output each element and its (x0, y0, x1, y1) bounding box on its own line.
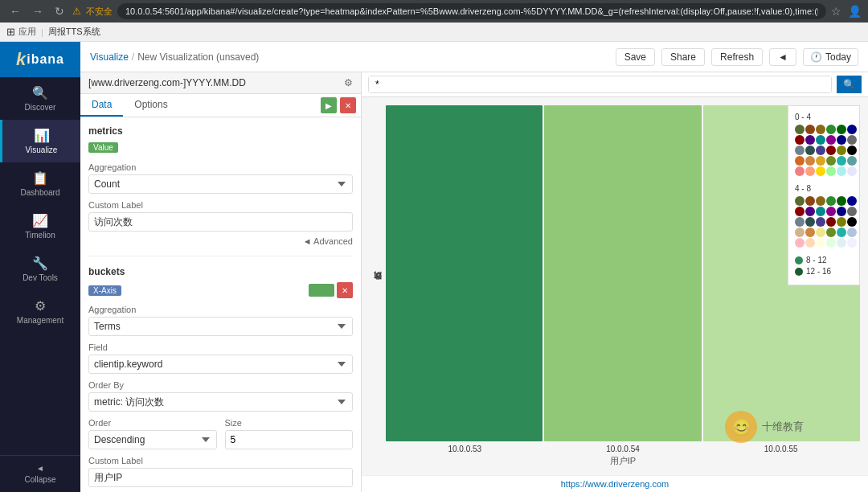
sidebar-item-management[interactable]: ⚙ Management (0, 290, 80, 333)
sidebar-item-dashboard[interactable]: 📋 Dashboard (0, 162, 80, 205)
apps-icon[interactable]: ⊞ (6, 26, 15, 38)
field-select[interactable]: clientip.keyword (88, 355, 353, 374)
refresh-button[interactable]: Refresh (711, 48, 763, 66)
legend-dot (805, 135, 815, 145)
tab-data[interactable]: Data (80, 94, 123, 117)
legend-label-4: 12 - 16 (806, 267, 831, 276)
order-select[interactable]: Descending (88, 430, 217, 449)
legend-dot (837, 196, 846, 206)
order-by-select[interactable]: metric: 访问次数 (88, 392, 353, 412)
advanced-link-1[interactable]: Advanced (88, 236, 353, 246)
footer-link[interactable]: https://www.driverzeng.com (362, 475, 868, 492)
watermark: 😊 十维教育 (725, 411, 804, 443)
breadcrumb: Visualize / New Visualization (unsaved) (90, 51, 609, 63)
legend-dot (837, 125, 846, 134)
legend-dot (826, 207, 836, 216)
x-axis-title: 用户IP (386, 455, 860, 467)
legend-dot (795, 156, 805, 166)
tab-options[interactable]: Options (123, 94, 178, 117)
back-button[interactable]: ← (6, 3, 24, 19)
legend-dot (816, 238, 825, 248)
legend-dot (805, 196, 815, 206)
legend-label-3: 8 - 12 (806, 256, 827, 264)
search-input[interactable] (369, 76, 831, 92)
heatmap-legend: 0 - 4 (788, 105, 860, 285)
play-button[interactable]: ▶ (321, 97, 337, 113)
legend-dot (826, 217, 836, 227)
browser-actions: ☆ 👤 (831, 5, 862, 18)
app-bar: ⊞ 应用 | 周报TTS系统 (0, 23, 868, 42)
collapse-button[interactable]: ◄ Collapse (0, 455, 80, 492)
close-panel-button[interactable]: ✕ (340, 97, 356, 113)
buckets-section-title: buckets (88, 266, 353, 277)
settings-icon[interactable]: ⚙ (344, 77, 353, 88)
legend-dot (826, 166, 836, 176)
sidebar-item-visualize[interactable]: 📊 Visualize (0, 120, 80, 162)
panel-tabs: Data Options ▶ ✕ (80, 94, 361, 117)
nav-prev-button[interactable]: ◄ (769, 48, 796, 66)
heatmap-container: 访问次数 10.0.0.53 (362, 97, 868, 475)
aggregation2-select[interactable]: Terms (88, 317, 353, 336)
custom-label2-input[interactable] (88, 468, 353, 487)
sidebar: kibana 🔍 Discover 📊 Visualize 📋 Dashboar… (0, 42, 80, 492)
x-axis-close-button[interactable]: ✕ (337, 282, 353, 298)
breadcrumb-visualize[interactable]: Visualize (90, 51, 129, 63)
legend-dot (837, 166, 846, 176)
insecure-label: 不安全 (86, 6, 113, 18)
breadcrumb-separator: / (132, 51, 134, 63)
apps-label: 应用 (18, 26, 36, 38)
save-button[interactable]: Save (616, 48, 655, 66)
legend-dot (816, 196, 825, 206)
bookmark-icon[interactable]: ☆ (831, 5, 841, 18)
url-bar[interactable] (117, 3, 826, 19)
legend-dot (847, 125, 857, 134)
order-label: Order (88, 418, 217, 428)
sidebar-item-devtools[interactable]: 🔧 Dev Tools (0, 248, 80, 290)
x-axis-badge: X-Axis (88, 285, 121, 296)
visualize-icon: 📊 (34, 128, 50, 143)
top-nav-actions: Save Share Refresh ◄ 🕐 Today (616, 48, 858, 66)
order-size-row: Order Descending Size (88, 412, 353, 449)
date-picker[interactable]: 🕐 Today (803, 48, 858, 66)
legend-dot (795, 207, 805, 216)
field-label: Field (88, 342, 353, 352)
legend-dot (805, 228, 815, 237)
app-title: 周报TTS系统 (48, 26, 100, 38)
share-button[interactable]: Share (661, 48, 705, 66)
legend-title-2: 4 - 8 (795, 184, 853, 193)
legend-dot (795, 146, 805, 155)
legend-dot (837, 217, 846, 227)
aggregation-select[interactable]: Count (88, 174, 353, 194)
heatmap-x-label-2: 10.0.0.54 (544, 445, 702, 453)
x-axis-toggle[interactable] (309, 284, 334, 297)
sidebar-label-devtools: Dev Tools (23, 273, 58, 282)
legend-dot (847, 146, 857, 155)
metrics-section-title: metrics (88, 125, 353, 137)
search-input-container (368, 76, 832, 93)
legend-dot (837, 238, 846, 248)
clock-icon: 🕐 (810, 51, 822, 63)
search-submit-button[interactable]: 🔍 (837, 76, 862, 93)
sidebar-item-timelion[interactable]: 📈 Timelion (0, 205, 80, 248)
legend-dot (795, 228, 805, 237)
collapse-icon: ◄ (36, 464, 44, 473)
profile-icon[interactable]: 👤 (848, 5, 862, 18)
refresh-button[interactable]: ↻ (51, 3, 68, 19)
size-input[interactable] (225, 430, 354, 449)
legend-dot (826, 228, 836, 237)
legend-dot (826, 196, 836, 206)
sidebar-item-discover[interactable]: 🔍 Discover (0, 77, 80, 120)
legend-dot (795, 217, 805, 227)
kibana-logo: kibana (0, 42, 80, 77)
legend-dot (826, 135, 836, 145)
custom-label-input[interactable] (88, 212, 353, 232)
size-label: Size (225, 418, 354, 428)
legend-dot (816, 166, 825, 176)
forward-button[interactable]: → (29, 3, 47, 19)
panel-header: [www.driverzeng.com-]YYYY.MM.DD ⚙ (80, 72, 361, 94)
lock-icon: ⚠ (72, 6, 81, 17)
legend-dot-3 (795, 256, 803, 264)
today-label: Today (825, 51, 851, 63)
legend-dot (847, 228, 857, 237)
legend-dot-4 (795, 268, 803, 276)
